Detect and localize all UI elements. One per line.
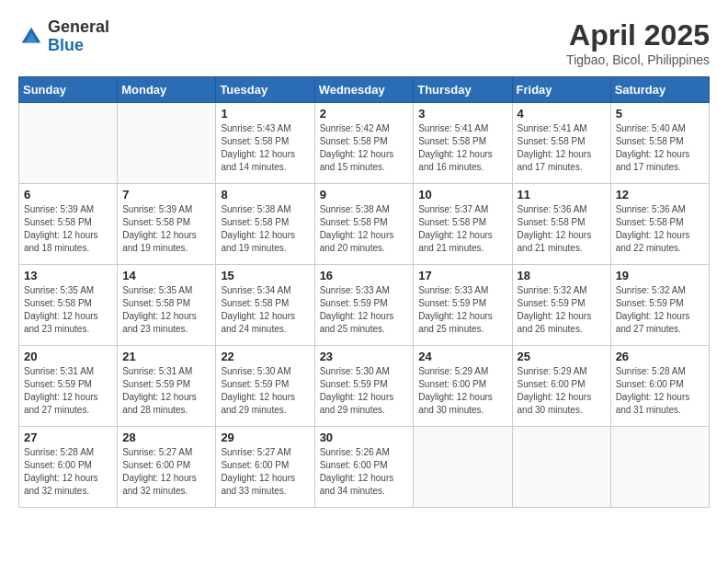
calendar-week-5: 27Sunrise: 5:28 AM Sunset: 6:00 PM Dayli… <box>19 427 710 508</box>
calendar-cell <box>512 427 610 508</box>
calendar-cell <box>414 427 512 508</box>
day-detail: Sunrise: 5:27 AM Sunset: 6:00 PM Dayligh… <box>221 446 309 498</box>
day-number: 23 <box>320 350 409 363</box>
day-detail: Sunrise: 5:28 AM Sunset: 6:00 PM Dayligh… <box>616 365 704 417</box>
day-number: 9 <box>320 188 409 201</box>
day-detail: Sunrise: 5:33 AM Sunset: 5:59 PM Dayligh… <box>418 284 506 336</box>
calendar-cell: 7Sunrise: 5:39 AM Sunset: 5:58 PM Daylig… <box>118 184 216 265</box>
day-detail: Sunrise: 5:38 AM Sunset: 5:58 PM Dayligh… <box>221 203 309 255</box>
day-number: 4 <box>518 107 606 121</box>
page-subtitle: Tigbao, Bicol, Philippines <box>566 52 710 67</box>
day-number: 10 <box>418 188 506 201</box>
day-detail: Sunrise: 5:33 AM Sunset: 5:59 PM Dayligh… <box>320 284 409 336</box>
day-number: 17 <box>418 269 506 282</box>
day-number: 26 <box>616 350 704 363</box>
calendar-cell: 12Sunrise: 5:36 AM Sunset: 5:58 PM Dayli… <box>610 184 709 265</box>
day-number: 18 <box>518 269 606 282</box>
day-number: 30 <box>320 431 409 444</box>
calendar-cell: 22Sunrise: 5:30 AM Sunset: 5:59 PM Dayli… <box>216 346 314 427</box>
calendar-cell: 9Sunrise: 5:38 AM Sunset: 5:58 PM Daylig… <box>314 184 414 265</box>
day-number: 27 <box>24 431 112 444</box>
day-number: 12 <box>616 188 704 201</box>
day-number: 16 <box>320 269 409 282</box>
day-detail: Sunrise: 5:34 AM Sunset: 5:58 PM Dayligh… <box>221 284 309 336</box>
day-detail: Sunrise: 5:29 AM Sunset: 6:00 PM Dayligh… <box>518 365 606 417</box>
calendar-cell: 5Sunrise: 5:40 AM Sunset: 5:58 PM Daylig… <box>610 103 709 184</box>
day-detail: Sunrise: 5:30 AM Sunset: 5:59 PM Dayligh… <box>320 365 409 417</box>
day-detail: Sunrise: 5:41 AM Sunset: 5:58 PM Dayligh… <box>418 122 506 174</box>
calendar-cell: 23Sunrise: 5:30 AM Sunset: 5:59 PM Dayli… <box>314 346 414 427</box>
calendar-header-saturday: Saturday <box>610 77 709 103</box>
day-number: 21 <box>122 350 210 363</box>
calendar-cell: 30Sunrise: 5:26 AM Sunset: 6:00 PM Dayli… <box>314 427 414 508</box>
calendar-cell: 3Sunrise: 5:41 AM Sunset: 5:58 PM Daylig… <box>414 103 512 184</box>
calendar-cell: 24Sunrise: 5:29 AM Sunset: 6:00 PM Dayli… <box>414 346 512 427</box>
calendar-header-row: SundayMondayTuesdayWednesdayThursdayFrid… <box>19 77 710 103</box>
day-number: 3 <box>418 107 506 121</box>
calendar-cell: 1Sunrise: 5:43 AM Sunset: 5:58 PM Daylig… <box>216 103 314 184</box>
day-number: 5 <box>616 107 704 121</box>
page-title: April 2025 <box>566 18 710 52</box>
calendar-header-friday: Friday <box>512 77 610 103</box>
day-number: 24 <box>418 350 506 363</box>
calendar-cell: 18Sunrise: 5:32 AM Sunset: 5:59 PM Dayli… <box>512 265 610 346</box>
day-number: 25 <box>518 350 606 363</box>
calendar-table: SundayMondayTuesdayWednesdayThursdayFrid… <box>18 76 710 508</box>
calendar-cell: 29Sunrise: 5:27 AM Sunset: 6:00 PM Dayli… <box>216 427 314 508</box>
calendar-header-sunday: Sunday <box>19 77 118 103</box>
day-number: 1 <box>221 107 309 121</box>
calendar-week-4: 20Sunrise: 5:31 AM Sunset: 5:59 PM Dayli… <box>19 346 710 427</box>
day-number: 2 <box>320 107 409 121</box>
day-detail: Sunrise: 5:26 AM Sunset: 6:00 PM Dayligh… <box>320 446 409 498</box>
day-detail: Sunrise: 5:37 AM Sunset: 5:58 PM Dayligh… <box>418 203 506 255</box>
day-number: 20 <box>24 350 112 363</box>
calendar-cell: 4Sunrise: 5:41 AM Sunset: 5:58 PM Daylig… <box>512 103 610 184</box>
day-detail: Sunrise: 5:31 AM Sunset: 5:59 PM Dayligh… <box>122 365 210 417</box>
day-detail: Sunrise: 5:27 AM Sunset: 6:00 PM Dayligh… <box>122 446 210 498</box>
calendar-header-monday: Monday <box>118 77 216 103</box>
day-number: 15 <box>221 269 309 282</box>
day-detail: Sunrise: 5:36 AM Sunset: 5:58 PM Dayligh… <box>616 203 704 255</box>
day-detail: Sunrise: 5:39 AM Sunset: 5:58 PM Dayligh… <box>24 203 112 255</box>
day-number: 11 <box>518 188 606 201</box>
day-detail: Sunrise: 5:39 AM Sunset: 5:58 PM Dayligh… <box>122 203 210 255</box>
calendar-cell <box>610 427 709 508</box>
day-number: 22 <box>221 350 309 363</box>
logo-icon <box>18 24 44 50</box>
day-number: 7 <box>122 188 210 201</box>
calendar-week-3: 13Sunrise: 5:35 AM Sunset: 5:58 PM Dayli… <box>19 265 710 346</box>
calendar-cell <box>19 103 118 184</box>
day-detail: Sunrise: 5:32 AM Sunset: 5:59 PM Dayligh… <box>518 284 606 336</box>
day-detail: Sunrise: 5:41 AM Sunset: 5:58 PM Dayligh… <box>518 122 606 174</box>
calendar-cell: 10Sunrise: 5:37 AM Sunset: 5:58 PM Dayli… <box>414 184 512 265</box>
day-detail: Sunrise: 5:31 AM Sunset: 5:59 PM Dayligh… <box>24 365 112 417</box>
calendar-cell: 26Sunrise: 5:28 AM Sunset: 6:00 PM Dayli… <box>610 346 709 427</box>
day-detail: Sunrise: 5:29 AM Sunset: 6:00 PM Dayligh… <box>418 365 506 417</box>
logo-text: General Blue <box>48 18 109 55</box>
title-section: April 2025 Tigbao, Bicol, Philippines <box>566 18 710 67</box>
day-number: 19 <box>616 269 704 282</box>
calendar-cell <box>118 103 216 184</box>
day-number: 28 <box>122 431 210 444</box>
calendar-cell: 16Sunrise: 5:33 AM Sunset: 5:59 PM Dayli… <box>314 265 414 346</box>
day-number: 29 <box>221 431 309 444</box>
calendar-header-thursday: Thursday <box>414 77 512 103</box>
calendar-cell: 20Sunrise: 5:31 AM Sunset: 5:59 PM Dayli… <box>19 346 118 427</box>
day-detail: Sunrise: 5:32 AM Sunset: 5:59 PM Dayligh… <box>616 284 704 336</box>
calendar-cell: 27Sunrise: 5:28 AM Sunset: 6:00 PM Dayli… <box>19 427 118 508</box>
calendar-header-wednesday: Wednesday <box>314 77 414 103</box>
calendar-cell: 19Sunrise: 5:32 AM Sunset: 5:59 PM Dayli… <box>610 265 709 346</box>
calendar-cell: 15Sunrise: 5:34 AM Sunset: 5:58 PM Dayli… <box>216 265 314 346</box>
logo-blue: Blue <box>48 37 109 55</box>
calendar-header-tuesday: Tuesday <box>216 77 314 103</box>
calendar-cell: 25Sunrise: 5:29 AM Sunset: 6:00 PM Dayli… <box>512 346 610 427</box>
calendar-cell: 13Sunrise: 5:35 AM Sunset: 5:58 PM Dayli… <box>19 265 118 346</box>
day-detail: Sunrise: 5:35 AM Sunset: 5:58 PM Dayligh… <box>24 284 112 336</box>
day-number: 8 <box>221 188 309 201</box>
day-detail: Sunrise: 5:28 AM Sunset: 6:00 PM Dayligh… <box>24 446 112 498</box>
calendar-cell: 21Sunrise: 5:31 AM Sunset: 5:59 PM Dayli… <box>118 346 216 427</box>
calendar-cell: 2Sunrise: 5:42 AM Sunset: 5:58 PM Daylig… <box>314 103 414 184</box>
day-detail: Sunrise: 5:30 AM Sunset: 5:59 PM Dayligh… <box>221 365 309 417</box>
calendar-cell: 14Sunrise: 5:35 AM Sunset: 5:58 PM Dayli… <box>118 265 216 346</box>
day-detail: Sunrise: 5:43 AM Sunset: 5:58 PM Dayligh… <box>221 122 309 174</box>
